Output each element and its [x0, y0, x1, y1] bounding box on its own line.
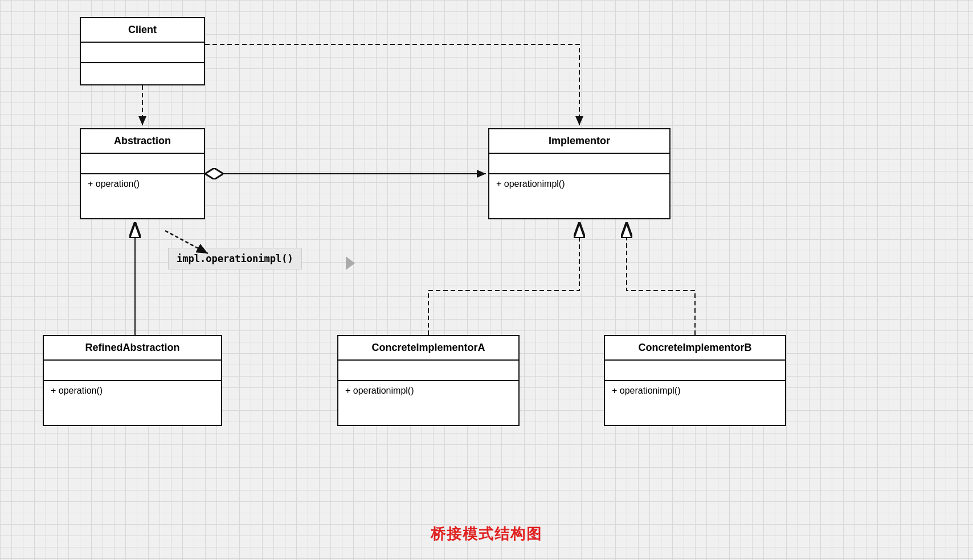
refined-abstraction-box: RefinedAbstraction + operation(): [43, 335, 222, 426]
abstraction-class-name: Abstraction: [81, 129, 204, 154]
client-section-2: [81, 63, 204, 84]
concrete-implementor-b-box: ConcreteImplementorB + operationimpl(): [604, 335, 786, 426]
client-class-name: Client: [81, 18, 204, 43]
diagram-container: Client Abstraction + operation() Impleme…: [0, 0, 973, 560]
client-to-implementor-arrow: [205, 44, 579, 125]
concrete-implementor-a-box: ConcreteImplementorA + operationimpl(): [337, 335, 520, 426]
concrete-a-to-implementor-arrow: [428, 222, 579, 335]
concrete-implementor-b-section-1: [605, 361, 785, 381]
page-title: 桥接模式结构图: [431, 524, 542, 544]
concrete-implementor-a-class-name: ConcreteImplementorA: [338, 336, 518, 361]
tooltip-box: impl.operationimpl(): [168, 248, 302, 269]
concrete-b-to-implementor-arrow: [627, 222, 695, 335]
refined-abstraction-class-name: RefinedAbstraction: [44, 336, 221, 361]
abstraction-box: Abstraction + operation(): [80, 128, 205, 219]
abstraction-methods: + operation(): [81, 174, 204, 199]
concrete-implementor-a-section-1: [338, 361, 518, 381]
concrete-implementor-b-class-name: ConcreteImplementorB: [605, 336, 785, 361]
tooltip-arrow: [346, 256, 355, 270]
concrete-implementor-b-methods: + operationimpl(): [605, 381, 785, 406]
implementor-box: Implementor + operationimpl(): [488, 128, 671, 219]
client-section-1: [81, 43, 204, 63]
client-box: Client: [80, 17, 205, 85]
abstraction-section-1: [81, 154, 204, 174]
tooltip-text: impl.operationimpl(): [177, 253, 293, 264]
implementor-class-name: Implementor: [489, 129, 669, 154]
refined-abstraction-section-1: [44, 361, 221, 381]
implementor-section-1: [489, 154, 669, 174]
refined-abstraction-methods: + operation(): [44, 381, 221, 406]
concrete-implementor-a-methods: + operationimpl(): [338, 381, 518, 406]
implementor-methods: + operationimpl(): [489, 174, 669, 199]
